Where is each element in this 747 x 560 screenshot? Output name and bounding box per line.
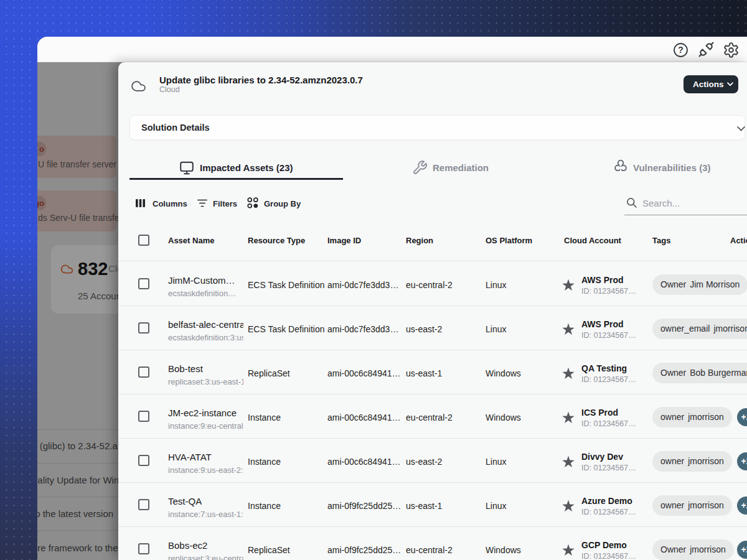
svg-text:?: ? [678, 45, 684, 55]
